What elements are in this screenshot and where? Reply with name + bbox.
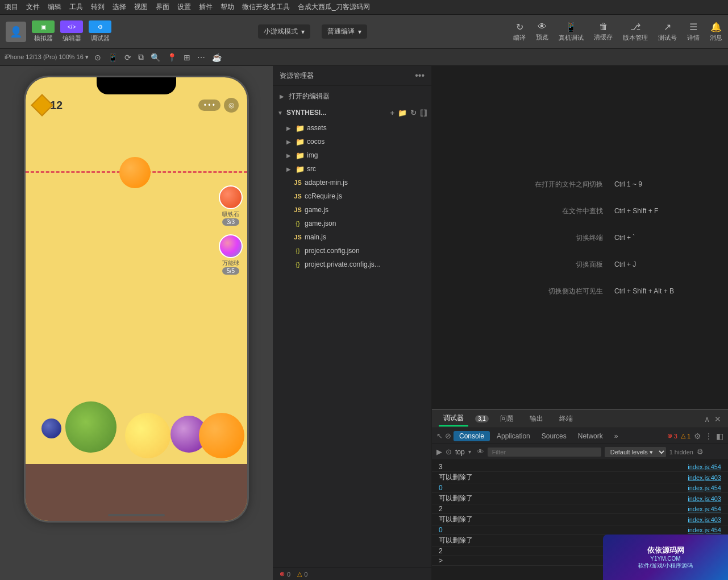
filter-settings-icon[interactable]: ⚙ — [697, 448, 704, 456]
fruit-orange-top — [119, 157, 151, 188]
context-selector[interactable]: top — [455, 448, 465, 456]
menu-item-plugins[interactable]: 插件 — [199, 2, 213, 12]
tree-item-game-json[interactable]: {} game.json — [273, 217, 431, 230]
preview-button[interactable]: 👁 预览 — [536, 22, 548, 42]
circle-button[interactable]: ◎ — [224, 98, 239, 113]
fruit-kiwi — [65, 401, 117, 453]
navigate-icon[interactable]: ↖ — [436, 432, 443, 440]
version-button[interactable]: ⎇ 版本管理 — [623, 22, 648, 42]
test-number-button[interactable]: ↗ 测试号 — [658, 22, 677, 42]
tree-item-src[interactable]: ▶ 📁 src — [273, 162, 431, 176]
debugger-button-group[interactable]: ⚙ 调试器 — [89, 20, 111, 43]
console-link[interactable]: index.js:454 — [688, 484, 721, 491]
real-test-button[interactable]: 📱 真机调试 — [559, 22, 584, 42]
compile-button[interactable]: ↻ 编译 — [513, 22, 526, 42]
open-editors-header[interactable]: ▶ 打开的编辑器 — [273, 89, 431, 103]
duplicate-icon[interactable]: ⧉ — [137, 51, 145, 63]
tree-item-game-js[interactable]: JS game.js — [273, 203, 431, 217]
location-icon[interactable]: 📍 — [166, 52, 178, 63]
console-link[interactable]: index.js:403 — [688, 474, 721, 481]
search-icon[interactable]: 🔍 — [149, 52, 161, 63]
debug-tab-debugger[interactable]: 调试器 — [439, 411, 468, 426]
menu-item-game[interactable]: 合成大西瓜_刀客源码网 — [298, 2, 370, 12]
shortcut-row-1: 在打开的文件之间切换 Ctrl 1 ~ 9 — [455, 180, 705, 189]
debug-tab-issue[interactable]: 问题 — [496, 412, 518, 426]
img-folder-icon: 📁 — [296, 151, 305, 160]
add-file-icon[interactable]: + — [390, 109, 394, 117]
screenshot-icon[interactable]: ⊙ — [93, 52, 102, 63]
menu-item-tools[interactable]: 工具 — [69, 2, 83, 12]
explorer-dots-icon[interactable]: ••• — [415, 71, 425, 81]
tree-item-assets[interactable]: ▶ 📁 assets — [273, 121, 431, 135]
rotate-icon[interactable]: ⟳ — [123, 52, 132, 63]
console-link[interactable]: index.js:403 — [688, 516, 721, 523]
sources-tab[interactable]: Sources — [537, 431, 571, 441]
mode-selector[interactable]: 小游戏模式 ▾ — [258, 24, 310, 39]
execute-icon[interactable]: ▶ — [436, 448, 442, 456]
console-link[interactable]: index.js:403 — [688, 495, 721, 502]
filter-input[interactable] — [488, 448, 601, 457]
menu-item-wechat[interactable]: 微信开发者工具 — [242, 2, 290, 12]
settings-icon[interactable]: ⚙ — [694, 432, 701, 441]
tree-item-main[interactable]: JS main.js — [273, 230, 431, 244]
menu-item-settings[interactable]: 设置 — [177, 2, 191, 12]
debug-chevron-up-icon[interactable]: ∧ — [704, 415, 710, 424]
debug-close-icon[interactable]: ✕ — [714, 415, 721, 424]
compile-selector[interactable]: 普通编译 ▾ — [322, 24, 367, 39]
refresh-icon[interactable]: ↻ — [410, 109, 417, 117]
add-folder-icon[interactable]: 📁 — [398, 109, 407, 117]
ccrequire-js-icon: JS — [293, 193, 302, 200]
compile-btn-label: 编译 — [513, 34, 526, 42]
message-button[interactable]: 🔔 消息 — [710, 22, 722, 42]
editor-button-group[interactable]: </> 编辑器 — [60, 20, 83, 43]
menu-item-interface[interactable]: 界面 — [156, 2, 169, 12]
simulator-button-group[interactable]: ▣ 模拟器 — [32, 20, 55, 43]
clock-icon[interactable]: ⊙ — [446, 448, 452, 456]
debug-tab-output[interactable]: 输出 — [525, 412, 548, 426]
console-link[interactable]: index.js:454 — [688, 527, 721, 533]
mode-chevron-icon: ▾ — [301, 28, 305, 36]
menu-item-file[interactable]: 文件 — [26, 2, 40, 12]
collapse-icon[interactable]: ⟦⟧ — [420, 109, 427, 117]
menu-item-help[interactable]: 帮助 — [221, 2, 234, 12]
console-line: 0 index.js:454 — [432, 483, 728, 493]
grid-icon[interactable]: ⊞ — [182, 52, 192, 63]
magic-ball-item[interactable]: 万能球 5/5 — [219, 234, 243, 275]
clear-cache-button[interactable]: 🗑 清缓存 — [594, 22, 613, 42]
project-header[interactable]: ▼ SYNTHESI... + 📁 ↻ ⟦⟧ — [273, 104, 431, 121]
tree-item-project-config[interactable]: {} project.config.json — [273, 244, 431, 258]
cup-icon[interactable]: ☕ — [211, 52, 223, 63]
dots-button[interactable]: • • • — [198, 100, 221, 111]
more-options-icon[interactable]: ⋮ — [705, 432, 713, 441]
eye-icon[interactable]: 👁 — [477, 448, 484, 456]
level-select[interactable]: Default levels ▾ — [605, 447, 666, 457]
tree-item-ccrequire[interactable]: JS ccRequire.js — [273, 189, 431, 203]
magnet-item[interactable]: 吸铁石 3/3 — [219, 185, 243, 226]
menu-item-select[interactable]: 选择 — [113, 2, 126, 12]
application-tab[interactable]: Application — [492, 431, 535, 441]
menu-item-goto[interactable]: 转到 — [91, 2, 105, 12]
device-label[interactable]: iPhone 12/13 (Pro) 100% 16 ▾ — [5, 53, 89, 61]
more-tabs[interactable]: » — [610, 431, 623, 441]
compile-chevron-icon: ▾ — [358, 28, 361, 36]
tree-item-img[interactable]: ▶ 📁 img — [273, 148, 431, 162]
tree-item-cocos[interactable]: ▶ 📁 cocos — [273, 135, 431, 148]
clear-console-icon[interactable]: ⊘ — [445, 432, 451, 440]
fruit-lemon — [125, 413, 170, 458]
console-tab-active[interactable]: Console — [454, 431, 490, 441]
console-link[interactable]: index.js:454 — [688, 506, 721, 512]
network-tab[interactable]: Network — [573, 431, 608, 441]
console-text: 可以删除了 — [439, 536, 473, 545]
menu-item-view[interactable]: 视图 — [134, 2, 148, 12]
console-link[interactable]: index.js:454 — [688, 463, 721, 470]
menu-item-edit[interactable]: 编辑 — [48, 2, 61, 12]
tree-item-adapter[interactable]: JS adapter-min.js — [273, 176, 431, 189]
details-button[interactable]: ☰ 详情 — [687, 22, 700, 42]
sidebar-toggle-icon[interactable]: ◧ — [716, 432, 723, 441]
mobile-icon[interactable]: 📱 — [107, 52, 119, 63]
debug-tab-terminal[interactable]: 终端 — [555, 412, 577, 426]
tree-item-project-private[interactable]: {} project.private.config.js... — [273, 258, 431, 271]
menu-item-project[interactable]: 项目 — [5, 2, 18, 12]
more-icon[interactable]: ⋯ — [196, 52, 206, 63]
main-layout: 12 • • • ◎ — [0, 66, 728, 580]
